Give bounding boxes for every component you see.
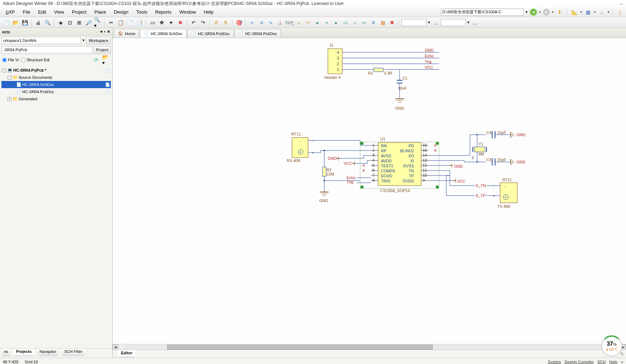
menu-project[interactable]: Project [69,8,90,16]
bus-icon[interactable]: ≡ [258,19,265,27]
paste-special-icon[interactable]: 📑 [135,19,143,27]
status-help[interactable]: Help [609,360,617,364]
hierarchy-dn-icon[interactable]: ⇅ [222,19,230,27]
panel-close-icon[interactable]: ✕ [107,29,110,34]
crossprobe-icon[interactable]: 🎯 [235,19,243,27]
folder-drop-icon[interactable]: 📂▾ [102,56,110,64]
preview-icon[interactable]: 🔍 [43,19,51,27]
zoom-sel-icon[interactable]: 🔎 [85,19,93,27]
menu-window[interactable]: Window [176,8,199,16]
scroll-thumb[interactable] [167,345,433,350]
panel-menu-icon[interactable]: ▾ [100,29,103,34]
noerrc-icon[interactable]: ✕ [370,19,377,27]
layers-icon[interactable]: ◈ [57,19,65,27]
status-system[interactable]: System [548,360,561,364]
wand-icon[interactable]: ❘ [616,8,624,16]
tab-schdoc[interactable]: 📄HC-SR04.SchDoc [140,29,187,38]
status-design[interactable]: Design Compiler [565,360,594,364]
filter-more-icon[interactable]: … [432,19,439,27]
btab-es[interactable]: es [0,349,12,356]
workspace-button[interactable]: Workspace [86,37,111,44]
schematic-canvas[interactable]: J1 4 3 2 1 Header 4 GND Echo Trig VCC R1… [113,38,626,344]
menu-view[interactable]: View [51,8,68,16]
zoom-drop-icon[interactable]: 🔍▾ [94,19,102,27]
structure-radio[interactable]: Structure Edi [21,58,50,62]
tab-pcbdoc-2[interactable]: 📄HC-SR04.PcbDoc [235,29,281,38]
tab-editor[interactable]: Editor [117,350,136,357]
menu-design[interactable]: Design [110,8,132,16]
path-field[interactable] [441,9,523,16]
menu-place[interactable]: Place [91,8,110,16]
redo-icon[interactable]: ↷ [199,19,207,27]
deselect-icon[interactable]: ✦ [167,19,175,27]
workspace-input[interactable] [1,37,81,44]
net-text-icon[interactable]: Net̲ [286,19,293,27]
btab-schfilter[interactable]: SCH Filter [60,349,86,356]
save-icon[interactable]: 💾 [21,19,29,27]
menu-dxp[interactable]: DXP [2,8,18,16]
ruler-icon[interactable]: 📐 [570,8,578,16]
tab-home[interactable]: 🏠Home [114,29,139,38]
scroll-left-icon[interactable]: ◄ [113,344,118,350]
tab-pcbdoc-1[interactable]: 📄HC-SR04.PcbDoc [187,29,234,38]
menu-reports[interactable]: Reports [151,8,175,16]
nav-back-icon[interactable]: ◄ [530,9,537,16]
project-button[interactable]: Project [94,46,111,53]
menu-edit[interactable]: Edit [34,8,50,16]
btab-navigator[interactable]: Navigator [36,349,60,356]
gnd-icon[interactable]: ⏚ [295,19,303,27]
wire-icon[interactable]: ≈ [248,19,256,27]
part-icon[interactable]: ▸ [314,19,321,27]
filter-input-2[interactable] [441,19,466,26]
menu-tools[interactable]: Tools [133,8,151,16]
zoom-fit-icon[interactable]: ⊡ [66,19,74,27]
filter-more2-icon[interactable]: … [471,19,479,27]
zoom-area-icon[interactable]: ⊞ [75,19,83,27]
minimize-icon[interactable]: — [619,1,623,6]
move-icon[interactable]: ✥ [158,19,166,27]
fileview-radio[interactable]: File Vi [2,58,19,62]
cut-icon[interactable]: ✂ [107,19,115,27]
menu-help[interactable]: Help [200,8,217,16]
panel-pin-icon[interactable]: ▪ [104,29,105,34]
busjoin-icon[interactable]: ⤷ [267,19,275,27]
nav-fwd-icon[interactable]: ► [543,9,550,16]
tree-pcbdoc[interactable]: 📄HC-SR04.PcbDoc 📄 [1,88,111,95]
svg-text:Echo: Echo [425,54,434,58]
status-dropdown-icon[interactable]: » [621,360,623,364]
select-rect-icon[interactable]: ▭ [149,19,156,27]
undo-icon[interactable]: ↶ [190,19,198,27]
port-icon[interactable]: ▭ [342,19,349,27]
snap-icon[interactable]: ⟂ [598,8,606,16]
refresh-icon[interactable]: ⟳ [92,56,100,64]
error-icon[interactable]: ✖ [388,19,396,27]
harness-entry-icon[interactable]: ⇨ [360,19,368,27]
tree-source-docs[interactable]: − 📁Source Documents [1,74,111,81]
status-sch[interactable]: SCH [597,360,606,364]
paste-icon[interactable]: 📄 [126,19,134,27]
project-input[interactable] [1,46,92,53]
sheet-symbol-icon[interactable]: ▪ [323,19,331,27]
tree-schdoc[interactable]: 📄HC-SR04.SchDoc 📄 [1,81,111,88]
netlabel-icon[interactable]: ⊥ [276,19,284,27]
grid-icon[interactable]: ▦ [584,8,592,16]
filter-input-1[interactable] [401,19,427,26]
compile-icon[interactable]: ▦ [379,19,387,27]
new-icon[interactable]: 📄 [2,19,10,27]
sheet-entry-icon[interactable]: ▸ [332,19,340,27]
btab-projects[interactable]: Projects [12,349,36,356]
print-icon[interactable]: 🖨 [34,19,42,27]
open-icon[interactable]: 📂 [11,19,19,27]
copy-icon[interactable]: 📋 [117,19,124,27]
project-tree[interactable]: −💻 HC-SR04.PrjPcb * 📄 − 📁Source Document… [0,65,112,358]
harness-icon[interactable]: ⟐ [351,19,359,27]
tree-generated[interactable]: + 📁Generated [1,95,111,102]
horizontal-scrollbar[interactable]: ◄ ► [113,344,626,350]
clear-icon[interactable]: ✖ [176,19,184,27]
nav-up-icon[interactable]: ⬆ [556,8,564,16]
hierarchy-up-icon[interactable]: ⇵ [212,19,220,27]
menu-file[interactable]: File [19,8,34,16]
performance-widget[interactable]: 37% 🌡56°C [601,335,622,357]
tree-root[interactable]: −💻 HC-SR04.PrjPcb * 📄 [1,67,111,74]
vcc-icon[interactable]: Vcc [304,19,312,27]
